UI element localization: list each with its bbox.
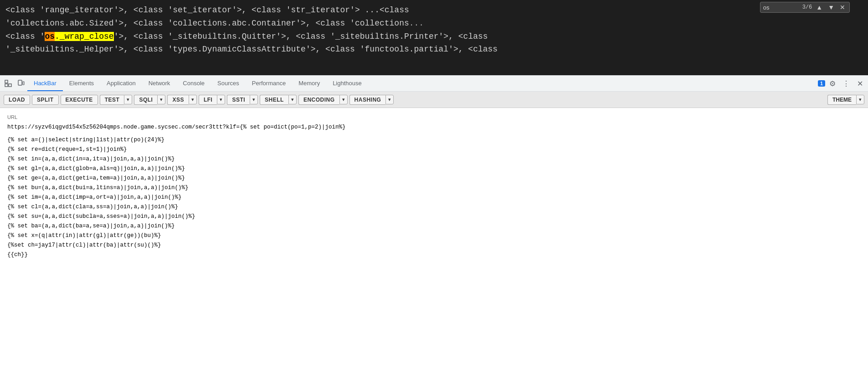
- url-label: URL: [7, 113, 861, 122]
- shell-dropdown: SHELL ▾: [260, 95, 297, 105]
- code-line-1: {% set re=dict(reque=1,st=1)|join%}: [7, 145, 861, 154]
- find-bar: os 3/6 ▲ ▼ ✕: [760, 2, 850, 13]
- highlight-os: os: [45, 32, 55, 41]
- highlight-wrap: ._wrap_close: [55, 32, 114, 41]
- devtools-right-icons: 1 ⚙ ⋮ ✕: [818, 77, 866, 90]
- encoding-arrow-button[interactable]: ▾: [339, 95, 348, 104]
- test-dropdown: TEST ▾: [100, 95, 133, 105]
- more-options-button[interactable]: ⋮: [840, 77, 853, 90]
- svg-rect-4: [23, 82, 24, 85]
- code-line-4: {% set ge=(a,a,dict(geti=a,tem=a)|join,a…: [7, 174, 861, 183]
- shell-button[interactable]: SHELL: [260, 95, 288, 105]
- close-devtools-button[interactable]: ✕: [853, 77, 866, 90]
- split-button[interactable]: SPLIT: [32, 95, 59, 105]
- tab-lighthouse[interactable]: Lighthouse: [326, 76, 368, 91]
- main-content: URL https://syzv6iqgvd154x5z56204qmps.no…: [0, 108, 868, 381]
- encoding-button[interactable]: ENCODING: [298, 95, 339, 105]
- tab-elements[interactable]: Elements: [63, 76, 100, 91]
- url-value: https://syzv6iqgvd154x5z56204qmps.node.g…: [7, 123, 861, 132]
- xss-arrow-button[interactable]: ▾: [189, 95, 197, 104]
- code-line-8: {% set su=(a,a,dict(subcla=a,sses=a)|joi…: [7, 212, 861, 221]
- tab-sources[interactable]: Sources: [211, 76, 246, 91]
- code-line-10: {% set x=(q|attr(in)|attr(gl)|attr(ge))(…: [7, 231, 861, 240]
- test-button[interactable]: TEST: [100, 95, 124, 105]
- devtools-toolbar: HackBar Elements Application Network Con…: [0, 75, 868, 92]
- tab-network[interactable]: Network: [142, 76, 177, 91]
- sqli-arrow-button[interactable]: ▾: [157, 95, 165, 104]
- ssti-button[interactable]: SSTI: [227, 95, 250, 105]
- lfi-dropdown: LFI ▾: [199, 95, 226, 105]
- load-button[interactable]: LOAD: [4, 95, 30, 105]
- find-next-button[interactable]: ▼: [827, 3, 836, 11]
- ssti-arrow-button[interactable]: ▾: [250, 95, 258, 104]
- xss-button[interactable]: XSS: [167, 95, 189, 105]
- code-line-2: {% set in=(a,a,dict(in=a,it=a)|join,a,a)…: [7, 154, 861, 164]
- code-line-3: {% set gl=(a,a,dict(glob=a,als=q)|join,a…: [7, 164, 861, 173]
- find-count: 3/6: [802, 3, 812, 11]
- sqli-button[interactable]: SQLI: [134, 95, 157, 105]
- find-close-button[interactable]: ✕: [838, 3, 847, 11]
- lfi-button[interactable]: LFI: [199, 95, 217, 105]
- code-line-2: 'collections.abc.Sized'>, <class 'collec…: [5, 17, 863, 30]
- notification-badge: 1: [818, 80, 825, 87]
- find-input[interactable]: os: [763, 4, 800, 11]
- theme-arrow-button[interactable]: ▾: [856, 95, 864, 104]
- lfi-arrow-button[interactable]: ▾: [217, 95, 225, 104]
- code-line-7: {% set cl=(a,a,dict(cla=a,ss=a)|join,a,a…: [7, 202, 861, 211]
- devtools-tabs: HackBar Elements Application Network Con…: [27, 76, 818, 91]
- code-line-1: <class 'range_iterator'>, <class 'set_it…: [5, 4, 863, 17]
- test-arrow-button[interactable]: ▾: [124, 95, 132, 104]
- code-line-6: {% set im=(a,a,dict(imp=a,ort=a)|join,a,…: [7, 193, 861, 202]
- hashing-arrow-button[interactable]: ▾: [385, 95, 394, 104]
- svg-rect-0: [5, 80, 8, 83]
- hashing-dropdown: HASHING ▾: [349, 95, 394, 105]
- tab-memory[interactable]: Memory: [292, 76, 326, 91]
- execute-button[interactable]: EXECUTE: [61, 95, 98, 105]
- encoding-dropdown: ENCODING ▾: [298, 95, 348, 105]
- code-line-4: '_sitebuiltins._Helper'>, <class 'types.…: [5, 43, 863, 56]
- shell-arrow-button[interactable]: ▾: [288, 95, 297, 104]
- theme-button[interactable]: THEME: [827, 95, 856, 105]
- settings-button[interactable]: ⚙: [826, 77, 839, 90]
- browser-page-content: os 3/6 ▲ ▼ ✕ <class 'range_iterator'>, <…: [0, 0, 868, 75]
- svg-rect-2: [5, 84, 8, 87]
- tab-console[interactable]: Console: [176, 76, 211, 91]
- svg-rect-1: [9, 84, 11, 87]
- hashing-button[interactable]: HASHING: [349, 95, 386, 105]
- tab-hackbar[interactable]: HackBar: [27, 76, 63, 91]
- inspect-element-button[interactable]: [2, 77, 15, 90]
- code-line-11: {%set ch=jay17|attr(cl)|attr(ba)|attr(su…: [7, 241, 861, 250]
- theme-dropdown: THEME ▾: [827, 95, 864, 105]
- code-line-12: {{ch}}: [7, 250, 861, 259]
- device-toolbar-button[interactable]: [15, 77, 27, 90]
- find-prev-button[interactable]: ▲: [815, 3, 824, 11]
- svg-rect-3: [18, 80, 22, 85]
- tab-application[interactable]: Application: [100, 76, 142, 91]
- code-line-0: {% set a=()|select|string|list)|attr(po)…: [7, 135, 861, 144]
- code-line-3: <class 'os._wrap_close'>, <class '_siteb…: [5, 30, 863, 43]
- hackbar-toolbar: LOAD SPLIT EXECUTE TEST ▾ SQLI ▾ XSS ▾ L…: [0, 92, 868, 108]
- code-line-9: {% set ba=(a,a,dict(ba=a,se=a)|join,a,a)…: [7, 221, 861, 231]
- xss-dropdown: XSS ▾: [167, 95, 197, 105]
- sqli-dropdown: SQLI ▾: [134, 95, 165, 105]
- tab-performance[interactable]: Performance: [246, 76, 292, 91]
- ssti-dropdown: SSTI ▾: [227, 95, 258, 105]
- code-line-5: {% set bu=(a,a,dict(bui=a,ltins=a)|join,…: [7, 183, 861, 192]
